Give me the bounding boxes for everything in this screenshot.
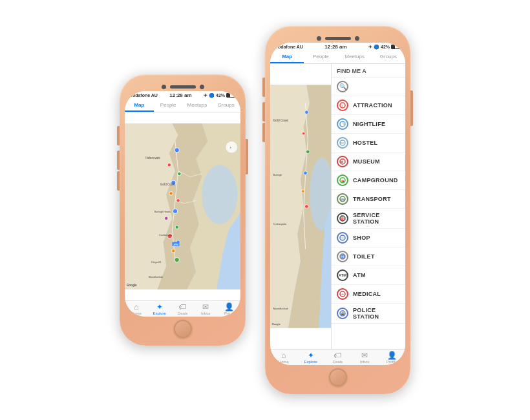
svg-text:🚔: 🚔	[341, 311, 345, 316]
phone-left: vodafone AU 12:28 am ✈ 🔵 42% Map People …	[120, 74, 246, 346]
phone-left-top	[125, 79, 240, 91]
bottom-tab-profile-right[interactable]: 👤 Profile	[378, 352, 405, 364]
svg-point-6	[169, 192, 173, 196]
bottom-tab-deals-left[interactable]: 🏷 Deals	[171, 303, 195, 315]
police-station-label: POLICE STATION	[353, 307, 400, 320]
tab-meetups-right[interactable]: Meetups	[338, 51, 372, 63]
menu-item-museum[interactable]: 🏛 MUSEUM	[332, 152, 405, 171]
tab-meetups-left[interactable]: Meetups	[183, 100, 212, 112]
svg-point-31	[304, 171, 308, 175]
svg-text:Burleigh: Burleigh	[273, 174, 282, 176]
map-svg-left: Helensvale Gold Coast Burleigh Heads Coo…	[125, 112, 240, 300]
bottom-tab-inbox-right[interactable]: ✉ Inbox	[351, 352, 378, 364]
home-icon-right: ⌂	[281, 352, 286, 359]
camera-dot	[162, 85, 166, 89]
attraction-icon: ①	[337, 100, 348, 111]
nightlife-icon: 🍸	[337, 118, 348, 130]
toilet-icon: 🚻	[337, 251, 348, 262]
home-button-left[interactable]	[174, 320, 192, 338]
svg-point-32	[301, 190, 304, 193]
attraction-label: ATTRACTION	[353, 102, 392, 109]
svg-text:Coolangatta: Coolangatta	[159, 234, 173, 236]
menu-item-atm[interactable]: ATM ATM	[332, 266, 405, 285]
menu-header: FIND ME A	[332, 64, 405, 78]
svg-text:Helensvale: Helensvale	[145, 156, 160, 160]
map-left[interactable]: Helensvale Gold Coast Burleigh Heads Coo…	[125, 112, 240, 300]
svg-point-29	[302, 132, 305, 135]
svg-text:+: +	[341, 292, 344, 297]
explore-icon-right: ✦	[308, 352, 314, 359]
bottom-tab-explore-left[interactable]: ✦ Explore	[148, 303, 171, 315]
tab-groups-left[interactable]: Groups	[211, 100, 240, 112]
svg-text:Gold Coast: Gold Coast	[160, 183, 176, 186]
bottom-tab-home-right[interactable]: ⌂ Home	[270, 352, 297, 364]
status-bar-right: vodafone AU 12:28 am ✈ 🔵 42%	[270, 43, 405, 51]
svg-text:🚌: 🚌	[341, 197, 345, 202]
tab-people-right[interactable]: People	[304, 51, 337, 63]
medical-icon: +	[337, 288, 348, 300]
hostel-label: HOSTEL	[353, 140, 377, 146]
campground-icon: ⛺	[337, 174, 348, 186]
menu-item-hostel[interactable]: 🛏 HOSTEL	[332, 134, 405, 152]
menu-item-attraction[interactable]: ① ATTRACTION	[332, 96, 405, 115]
inbox-label-left: Inbox	[201, 311, 211, 315]
bottom-tab-bar-right: ⌂ Home ✦ Explore 🏷 Deals ✉ Inbox	[270, 349, 405, 365]
svg-text:Coolangatta: Coolangatta	[273, 223, 287, 226]
deals-label-left: Deals	[178, 311, 187, 315]
nightlife-label: NIGHTLIFE	[353, 121, 385, 127]
tab-map-left[interactable]: Map	[125, 100, 154, 112]
svg-text:Kingscliff: Kingscliff	[151, 261, 162, 264]
profile-label-left: Pro...	[224, 311, 233, 315]
svg-text:🏛: 🏛	[341, 160, 344, 163]
menu-item-shop[interactable]: 🛒 SHOP	[332, 229, 405, 247]
map-svg-right: Gold Coast Burleigh Coolangatta Murwillu…	[270, 64, 331, 349]
svg-text:🚻: 🚻	[341, 255, 345, 259]
phone-right-top	[270, 31, 405, 43]
museum-icon: 🏛	[337, 156, 348, 167]
inbox-icon-right: ✉	[361, 352, 368, 359]
service-station-label: SERVICE STATION	[353, 212, 400, 225]
inbox-label-right: Inbox	[360, 360, 370, 364]
menu-item-toilet[interactable]: 🚻 TOILET	[332, 247, 405, 266]
tab-groups-right[interactable]: Groups	[372, 51, 405, 63]
bottom-tab-deals-right[interactable]: 🏷 Deals	[324, 352, 352, 364]
tab-map-right[interactable]: Map	[270, 51, 304, 63]
home-button-right[interactable]	[329, 368, 347, 386]
svg-point-13	[172, 249, 176, 253]
shop-label: SHOP	[353, 235, 370, 241]
bottom-tab-inbox-left[interactable]: ✉ Inbox	[194, 303, 217, 315]
svg-point-8	[173, 209, 177, 213]
menu-item-nightlife[interactable]: 🍸 NIGHTLIFE	[332, 115, 405, 134]
svg-text:①: ①	[341, 103, 344, 107]
svg-point-14	[175, 257, 179, 262]
menu-item-transport[interactable]: 🚌 TRANSPORT	[332, 190, 405, 209]
menu-item-service-station[interactable]: ⛽ SERVICE STATION	[332, 209, 405, 229]
nav-tabs-left: Map People Meetups Groups	[125, 100, 240, 112]
bottom-tab-profile-left[interactable]: 👤 Pro...	[217, 303, 240, 315]
svg-text:⛺: ⛺	[341, 178, 345, 183]
home-label-left: Home	[131, 311, 142, 315]
shop-icon: 🛒	[337, 232, 348, 244]
toilet-label: TOILET	[353, 253, 375, 260]
police-station-icon: 🚔	[337, 308, 348, 319]
menu-item-search[interactable]: 🔍	[332, 78, 405, 96]
svg-text:🍸: 🍸	[341, 122, 346, 127]
bottom-tab-explore-right[interactable]: ✦ Explore	[297, 352, 324, 364]
menu-item-medical[interactable]: + MEDICAL	[332, 285, 405, 304]
menu-item-campground[interactable]: ⛺ CAMPGROUND	[332, 171, 405, 190]
svg-point-30	[306, 150, 310, 154]
bottom-tab-home-left[interactable]: ⌂ Home	[125, 303, 148, 315]
time-right: 12:28 am	[324, 44, 346, 50]
menu-item-police-station[interactable]: 🚔 POLICE STATION	[332, 304, 405, 324]
svg-text:ATM: ATM	[173, 244, 178, 246]
status-bar-left: vodafone AU 12:28 am ✈ 🔵 42%	[125, 91, 240, 100]
svg-text:🛏: 🛏	[341, 141, 344, 145]
map-right-container[interactable]: Gold Coast Burleigh Coolangatta Murwillu…	[270, 64, 405, 349]
tab-people-left[interactable]: People	[154, 100, 183, 112]
explore-icon-left: ✦	[156, 303, 163, 311]
inbox-icon-left: ✉	[202, 303, 209, 311]
profile-label-right: Profile	[387, 360, 398, 364]
svg-point-2	[175, 148, 179, 152]
scene: vodafone AU 12:28 am ✈ 🔵 42% Map People …	[0, 0, 530, 420]
profile-icon-left: 👤	[224, 303, 234, 311]
